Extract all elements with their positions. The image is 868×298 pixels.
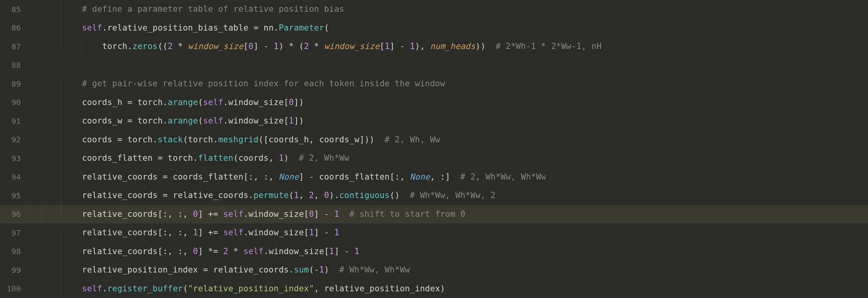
code-token: # Wh*Ww, Wh*Ww, 2 bbox=[410, 189, 496, 202]
code-content[interactable]: # get pair-wise relative position index … bbox=[30, 74, 445, 93]
code-line[interactable]: 87 torch.zeros((2 * window_size[0] - 1) … bbox=[0, 37, 868, 56]
indent-guide bbox=[42, 261, 42, 280]
code-content[interactable]: coords = torch.stack(torch.meshgrid([coo… bbox=[30, 131, 440, 149]
code-token: permute bbox=[253, 189, 289, 202]
indent-guide bbox=[61, 149, 62, 168]
indent-guide bbox=[61, 37, 62, 56]
code-token: coords_flatten = torch. bbox=[82, 152, 198, 165]
code-line[interactable]: 94 relative_coords = coords_flatten[:, :… bbox=[0, 168, 868, 187]
indent-guide bbox=[42, 168, 42, 187]
code-token: arange bbox=[168, 96, 198, 109]
code-token: ) bbox=[324, 264, 339, 276]
code-line[interactable]: 88 bbox=[0, 56, 868, 75]
line-number: 93 bbox=[0, 149, 30, 168]
code-token: , relative_position_index) bbox=[314, 283, 445, 295]
code-token: 1 bbox=[385, 40, 390, 53]
code-line[interactable]: 96 relative_coords[:, :, 0] += self.wind… bbox=[0, 205, 868, 224]
code-token: ] += bbox=[198, 208, 223, 221]
code-token: 0 bbox=[249, 40, 254, 53]
code-token: ] - bbox=[314, 227, 334, 239]
code-token: ] *= bbox=[198, 245, 223, 258]
line-number: 94 bbox=[0, 168, 30, 187]
code-token: contiguous bbox=[339, 189, 390, 202]
code-line[interactable]: 97 relative_coords[:, :, 1] += self.wind… bbox=[0, 224, 868, 242]
code-token: 1 bbox=[354, 245, 359, 258]
code-content[interactable]: self.register_buffer("relative_position_… bbox=[30, 280, 445, 298]
code-content[interactable]: # define a parameter table of relative p… bbox=[30, 0, 344, 19]
code-token: self bbox=[82, 22, 102, 35]
code-line[interactable]: 95 relative_coords = relative_coords.per… bbox=[0, 186, 868, 205]
code-token: 1 bbox=[193, 227, 198, 239]
code-content[interactable]: relative_coords[:, :, 0] *= 2 * self.win… bbox=[30, 242, 359, 261]
code-token: # define a parameter table of relative p… bbox=[82, 3, 344, 16]
code-token: Parameter bbox=[279, 22, 324, 35]
code-token: 0 bbox=[193, 208, 198, 221]
indent-guide bbox=[61, 242, 62, 261]
code-line[interactable]: 91 coords_w = torch.arange(self.window_s… bbox=[0, 112, 868, 131]
code-token: # 2, Wh*Ww bbox=[299, 152, 349, 165]
code-token: # 2*Wh-1 * 2*Ww-1, nH bbox=[496, 40, 602, 53]
code-token: window_size bbox=[324, 40, 379, 53]
code-token: . bbox=[127, 40, 132, 53]
code-line[interactable]: 93 coords_flatten = torch.flatten(coords… bbox=[0, 149, 868, 168]
line-number: 98 bbox=[0, 242, 30, 261]
code-token: num_heads bbox=[430, 40, 476, 53]
line-number: 92 bbox=[0, 131, 30, 149]
indent-guide bbox=[61, 186, 62, 205]
code-token: 1 bbox=[289, 115, 294, 127]
code-token: (( bbox=[157, 40, 168, 53]
code-token: None bbox=[279, 171, 299, 184]
code-content[interactable]: relative_coords = coords_flatten[:, :, N… bbox=[30, 168, 546, 187]
code-token: ]) bbox=[294, 96, 304, 109]
code-content[interactable]: coords_w = torch.arange(self.window_size… bbox=[30, 112, 304, 131]
code-token: 1 bbox=[329, 245, 334, 258]
code-token: 2 bbox=[223, 245, 228, 258]
code-token: relative_position_index = relative_coord… bbox=[82, 264, 294, 276]
code-token: nn bbox=[264, 22, 274, 35]
indent-guide bbox=[61, 224, 62, 242]
code-content[interactable]: coords_h = torch.arange(self.window_size… bbox=[30, 93, 304, 112]
code-token: sum bbox=[294, 264, 309, 276]
code-token: self bbox=[82, 283, 102, 295]
code-line[interactable]: 100 self.register_buffer("relative_posit… bbox=[0, 280, 868, 298]
code-token: self bbox=[203, 115, 223, 127]
code-line[interactable]: 99 relative_position_index = relative_co… bbox=[0, 261, 868, 280]
code-token: .window_size[ bbox=[223, 115, 289, 127]
code-token: ( bbox=[324, 22, 329, 35]
code-content[interactable]: torch.zeros((2 * window_size[0] - 1) * (… bbox=[30, 37, 602, 56]
code-content[interactable]: relative_coords[:, :, 1] += self.window_… bbox=[30, 224, 339, 242]
indent-guide bbox=[42, 131, 42, 149]
code-token: )) bbox=[476, 40, 496, 53]
code-content[interactable]: coords_flatten = torch.flatten(coords, 1… bbox=[30, 149, 349, 168]
code-token: ) * ( bbox=[279, 40, 304, 53]
code-token: 1 bbox=[309, 227, 314, 239]
code-content[interactable]: relative_position_index = relative_coord… bbox=[30, 261, 410, 280]
indent-guide bbox=[42, 0, 42, 19]
code-token: ] - bbox=[314, 208, 334, 221]
code-line[interactable]: 85 # define a parameter table of relativ… bbox=[0, 0, 868, 19]
indent-guide bbox=[42, 280, 42, 298]
code-content[interactable] bbox=[30, 56, 42, 75]
code-line[interactable]: 98 relative_coords[:, :, 0] *= 2 * self.… bbox=[0, 242, 868, 261]
code-line[interactable]: 86 self.relative_position_bias_table = n… bbox=[0, 19, 868, 38]
code-content[interactable]: self.relative_position_bias_table = nn.P… bbox=[30, 19, 329, 38]
line-number: 86 bbox=[0, 19, 30, 38]
indent-guide bbox=[42, 205, 42, 224]
indent-guide bbox=[61, 280, 62, 298]
code-editor[interactable]: 85 # define a parameter table of relativ… bbox=[0, 0, 868, 298]
code-token: * bbox=[228, 245, 244, 258]
code-content[interactable]: relative_coords[:, :, 0] += self.window_… bbox=[30, 205, 465, 224]
code-line[interactable]: 92 coords = torch.stack(torch.meshgrid([… bbox=[0, 131, 868, 149]
code-token: stack bbox=[157, 134, 183, 146]
code-token: zeros bbox=[132, 40, 157, 53]
code-token: (- bbox=[309, 264, 319, 276]
code-token: 1 bbox=[334, 208, 339, 221]
code-content[interactable]: relative_coords = relative_coords.permut… bbox=[30, 186, 496, 205]
code-line[interactable]: 89 # get pair-wise relative position ind… bbox=[0, 74, 868, 93]
code-token: 2 bbox=[309, 189, 314, 202]
code-token: 1 bbox=[334, 227, 339, 239]
code-token: self bbox=[223, 208, 243, 221]
code-token: None bbox=[410, 171, 430, 184]
code-line[interactable]: 90 coords_h = torch.arange(self.window_s… bbox=[0, 93, 868, 112]
code-token: ] - bbox=[334, 245, 354, 258]
